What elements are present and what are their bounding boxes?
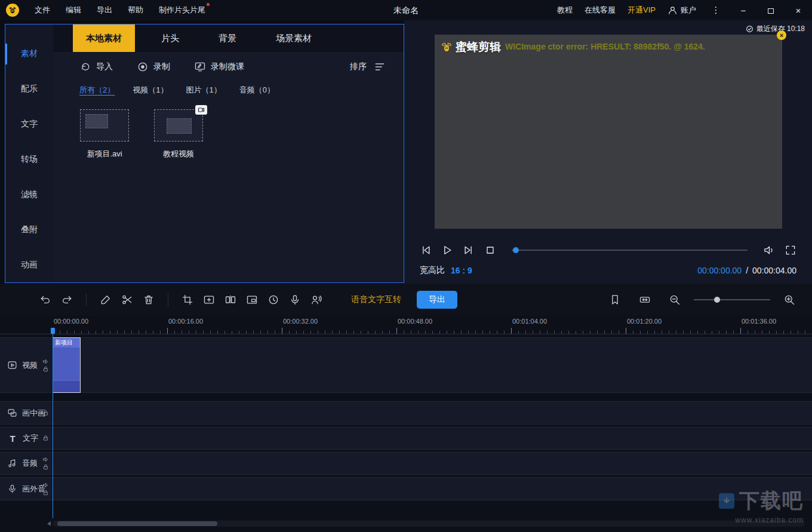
track-lane-voiceover[interactable] [53,478,812,500]
filter-audio[interactable]: 音频（0） [239,85,275,96]
media-item[interactable]: 新项目.avi [77,109,132,159]
sort-button[interactable]: 排序 [350,61,386,73]
close-button[interactable]: × [791,5,806,16]
zoom-clip-button[interactable] [198,291,220,309]
account-button[interactable]: 账户 [668,5,696,16]
play-button[interactable] [440,243,454,257]
voiceover-track-icon [7,484,17,494]
menu-file[interactable]: 文件 [35,5,50,16]
timeline-zoom-slider[interactable] [694,296,770,303]
timeline-scrollbar[interactable] [53,521,805,527]
media-item-name: 教程视频 [163,149,194,159]
aspect-ratio-value[interactable]: 16 : 9 [451,266,472,275]
lock-track-icon[interactable] [42,410,49,416]
sidebar-item-animation[interactable]: 动画 [5,247,53,282]
scrollbar-thumb[interactable] [57,521,217,526]
import-button[interactable]: 导入 [79,61,113,73]
tab-background[interactable]: 背景 [205,24,250,52]
lock-track-icon[interactable] [42,435,49,442]
previous-frame-icon [420,244,432,256]
stop-button[interactable] [483,243,497,257]
vip-link[interactable]: 开通VIP [628,5,656,16]
upper-region: 素材 配乐 文字 转场 滤镜 叠附 动画 本地素材 片头 背景 场景素材 [0,20,812,284]
export-button[interactable]: 导出 [417,291,457,309]
lock-track-icon[interactable] [42,490,49,496]
previous-frame-button[interactable] [419,243,433,257]
mute-track-icon[interactable] [42,482,49,488]
zoom-out-button[interactable] [664,291,685,309]
seek-slider[interactable] [512,246,748,254]
filter-video[interactable]: 视频（1） [133,85,168,96]
site-watermark: 下载吧 www.xiazaiba.com [719,487,804,524]
track-lane-pip[interactable] [53,402,812,424]
titlebar: 文件 编辑 导出 帮助 制作片头片尾 未命名 教程 在线客服 开通VIP 账户 … [0,0,812,20]
tab-scene-material[interactable]: 场景素材 [263,24,325,52]
sidebar-item-music[interactable]: 配乐 [5,72,53,107]
ruler-label: 00:00:32.00 [283,318,318,325]
sidebar-item-material[interactable]: 素材 [5,36,53,72]
marker-button[interactable] [604,291,626,309]
voice-text-convert-link[interactable]: 语音文字互转 [351,294,401,305]
text-to-speech-button[interactable] [306,291,327,309]
track-lane-video[interactable]: 新项目 [53,338,812,392]
edit-clip-button[interactable] [95,291,116,309]
dismiss-error-button[interactable]: × [777,30,786,40]
volume-button[interactable] [762,243,776,257]
total-time: 00:00:04.00 [752,266,796,275]
zoom-slider-handle[interactable] [714,297,720,303]
scrollbar-left-arrow-icon[interactable] [47,521,51,526]
mute-track-icon[interactable] [42,358,49,365]
record-button[interactable]: 录制 [137,61,170,73]
tutorial-link[interactable]: 教程 [557,5,573,16]
seek-handle[interactable] [513,247,519,253]
cut-button[interactable] [116,291,138,309]
fit-timeline-button[interactable] [634,291,656,309]
sidebar-item-transition[interactable]: 转场 [5,142,53,177]
duration-button[interactable] [263,291,284,309]
playhead-handle[interactable] [51,328,55,334]
track-lane-audio[interactable] [53,453,812,474]
timeline-ruler[interactable]: 00:00:00.00 00:00:16.00 00:00:32.00 00:0… [0,315,812,334]
media-actions: 导入 录制 录制微课 排序 [53,52,404,82]
split-button[interactable] [220,291,241,309]
voiceover-record-button[interactable] [284,291,306,309]
watermark-url: www.xiazaiba.com [735,516,804,524]
menu-export[interactable]: 导出 [97,5,112,16]
track-text: T 文字 [0,427,812,450]
microphone-icon [289,294,301,306]
delete-button[interactable] [138,291,159,309]
next-frame-button[interactable] [462,243,476,257]
fullscreen-button[interactable] [783,243,798,257]
fit-width-icon [639,294,651,306]
lock-track-icon[interactable] [42,366,49,373]
preview-panel: 最近保存 10:18 蜜蜂剪辑 WICImage ctor error: HRE… [404,20,812,284]
menu-make-intro-outro[interactable]: 制作片头片尾 [159,5,205,16]
undo-button[interactable] [35,291,56,309]
zoom-in-button[interactable] [779,291,800,309]
tab-intro[interactable]: 片头 [148,24,192,52]
timeline-clip[interactable]: 新项目 [53,337,81,393]
menu-help[interactable]: 帮助 [128,5,143,16]
lock-track-icon[interactable] [42,464,49,471]
minimize-button[interactable]: − [736,5,751,16]
sidebar-item-overlay[interactable]: 叠附 [5,212,53,247]
filter-all[interactable]: 所有（2） [79,85,115,96]
maximize-button[interactable] [763,5,779,16]
mute-track-icon[interactable] [42,456,49,463]
record-icon [137,61,149,73]
sidebar-item-text[interactable]: 文字 [5,107,53,142]
tab-local-material[interactable]: 本地素材 [73,24,135,52]
online-support-link[interactable]: 在线客服 [585,5,616,16]
menu-edit[interactable]: 编辑 [66,5,81,16]
media-item[interactable]: 教程视频 [151,109,206,159]
track-lane-text[interactable] [53,428,812,449]
record-lesson-button[interactable]: 录制微课 [194,61,244,73]
sidebar-item-filter[interactable]: 滤镜 [5,177,53,212]
clip-body [53,348,80,380]
more-options-icon[interactable]: ⋮ [708,5,724,16]
mosaic-button[interactable] [241,291,263,309]
redo-button[interactable] [56,291,78,309]
filter-image[interactable]: 图片（1） [186,85,221,96]
crop-button[interactable] [177,291,198,309]
volume-icon [763,244,775,256]
